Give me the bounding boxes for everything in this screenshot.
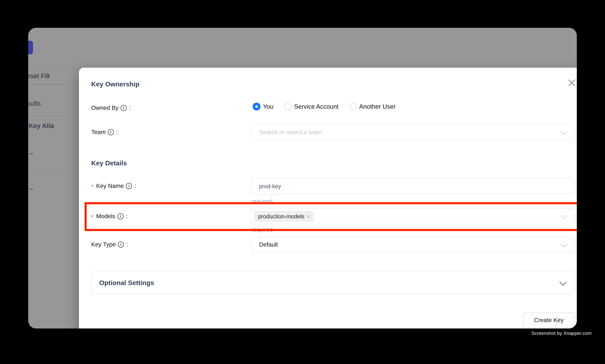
- colon: :: [129, 104, 131, 111]
- radio-unselected-icon[interactable]: [349, 103, 357, 110]
- key-type-label-text: Key Type: [91, 241, 116, 248]
- info-icon: i: [126, 183, 132, 189]
- radio-service-account-label: Service Account: [294, 103, 339, 110]
- radio-unselected-icon[interactable]: [284, 103, 292, 110]
- tag-remove-icon[interactable]: ×: [307, 213, 310, 220]
- table-row: –: [30, 150, 33, 157]
- key-name-label: * Key Name i :: [91, 183, 136, 189]
- close-icon[interactable]: [567, 79, 576, 87]
- key-details-heading: Key Details: [91, 160, 127, 167]
- key-name-input[interactable]: prod-key: [251, 178, 574, 194]
- colon: :: [126, 241, 128, 248]
- chevron-down-icon: [560, 128, 567, 135]
- radio-you-label: You: [263, 103, 273, 110]
- radio-service-account[interactable]: Service Account: [284, 103, 339, 110]
- radio-another-user[interactable]: Another User: [349, 103, 396, 110]
- required-asterisk: *: [91, 214, 93, 220]
- create-key-button-fragment: [28, 41, 33, 54]
- colon: :: [126, 213, 128, 220]
- xnapper-watermark: Screenshot by Xnapper.com: [531, 330, 592, 336]
- key-type-value: Default: [259, 241, 278, 248]
- team-select-placeholder: Search or select a team: [259, 129, 322, 136]
- dimmed-app-backdrop: eset Filt sults Key Alia Up – 11/ – 11/ …: [28, 28, 577, 328]
- info-icon: i: [121, 105, 127, 111]
- create-key-button[interactable]: Create Key: [523, 312, 574, 328]
- table-row: –: [30, 186, 33, 192]
- team-label-text: Team: [91, 129, 106, 135]
- owned-by-label: Owned By i :: [91, 104, 131, 111]
- radio-another-user-label: Another User: [359, 103, 396, 110]
- colon: :: [134, 183, 136, 189]
- chevron-down-icon: [559, 278, 567, 286]
- radio-you[interactable]: You: [253, 103, 273, 111]
- radio-selected-icon[interactable]: [253, 103, 260, 111]
- results-count-fragment: sults: [28, 100, 41, 107]
- required-asterisk: *: [91, 183, 93, 190]
- owned-by-radio-group: You Service Account Another User: [253, 103, 396, 111]
- team-label: Team i :: [91, 129, 118, 135]
- colon: :: [116, 129, 118, 135]
- models-required-message: required: [251, 226, 272, 233]
- reset-filters-fragment: eset Filt: [28, 73, 50, 79]
- key-type-label: Key Type i :: [91, 241, 128, 248]
- info-icon: i: [117, 213, 124, 219]
- key-name-value: prod-key: [259, 183, 281, 189]
- optional-settings-label: Optional Settings: [99, 279, 154, 286]
- key-type-select[interactable]: Default: [251, 237, 574, 252]
- chevron-down-icon: [560, 212, 567, 219]
- models-label: * Models i :: [91, 213, 128, 220]
- modal-title: Key Ownership: [91, 81, 139, 88]
- model-tag[interactable]: production-models ×: [254, 211, 314, 222]
- owned-by-label-text: Owned By: [91, 104, 118, 111]
- key-name-label-text: Key Name: [96, 183, 124, 189]
- model-tag-text: production-models: [258, 213, 305, 220]
- optional-settings-toggle[interactable]: Optional Settings: [91, 271, 575, 294]
- team-select[interactable]: Search or select a team: [251, 124, 574, 140]
- create-key-modal: Key Ownership Owned By i : You Service A…: [79, 68, 577, 328]
- info-icon: i: [108, 129, 114, 135]
- models-label-text: Models: [96, 213, 115, 220]
- key-name-required-message: required: [251, 198, 272, 205]
- screenshot-canvas: eset Filt sults Key Alia Up – 11/ – 11/ …: [0, 0, 605, 364]
- column-header-key-alias: Key Alia: [29, 122, 54, 129]
- models-select[interactable]: production-models ×: [251, 208, 574, 224]
- info-icon: i: [118, 242, 124, 247]
- chevron-down-icon: [560, 241, 567, 247]
